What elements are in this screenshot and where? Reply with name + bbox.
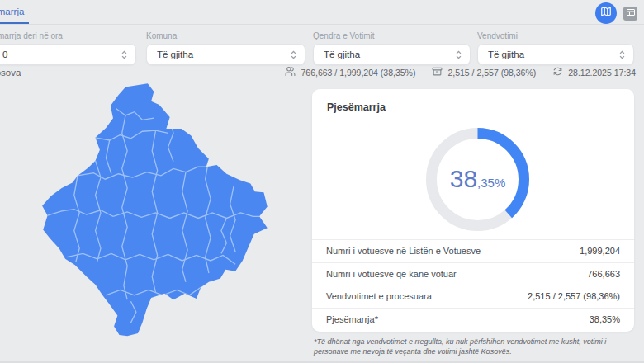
- stat-last-updated-value: 28.12.2025 17:34: [568, 68, 636, 78]
- table-row: Numri i votuesve që kanë votuar 766,663: [312, 262, 634, 285]
- filter-komuna: Komuna Të gjitha: [146, 31, 305, 65]
- filter-hour-label: Pjesëmarrja deri në ora: [0, 31, 136, 40]
- row-value: 1,999,204: [580, 246, 620, 256]
- table-row: Pjesëmarrja* 38,35%: [312, 308, 634, 331]
- row-value: 38,35%: [590, 314, 620, 324]
- filter-qendra: Qendra e Votimit Të gjitha: [313, 31, 471, 65]
- filter-vendvotimi-select[interactable]: Të gjitha: [477, 44, 634, 65]
- filter-komuna-select[interactable]: Të gjitha: [146, 44, 305, 65]
- row-label: Numri i votuesve në Listën e Votuesve: [326, 246, 481, 256]
- filter-qendra-select[interactable]: Të gjitha: [313, 44, 471, 65]
- row-value: 2,515 / 2,557 (98,36%): [528, 291, 620, 301]
- ballot-box-icon: [432, 66, 443, 78]
- stat-polling-stations: 2,515 / 2,557 (98,36%): [432, 66, 536, 78]
- row-label: Pjesëmarrja*: [326, 314, 378, 324]
- map-view-button[interactable]: [595, 2, 617, 24]
- filter-vendvotimi-label: Vendvotimi: [477, 31, 634, 40]
- table-row: Numri i votuesve në Listën e Votuesve 1,…: [312, 239, 634, 262]
- stats-bar: 766,663 / 1,999,204 (38,35%) 2,515 / 2,5…: [285, 66, 636, 78]
- table-icon: [626, 6, 636, 21]
- table-view-button[interactable]: [623, 7, 637, 21]
- filter-hour-value: 0: [2, 50, 7, 59]
- dashboard: Pjesëmarrja: [0, 0, 644, 363]
- participation-donut: 38,35%: [418, 120, 537, 239]
- chevrons-up-down-icon: [121, 50, 128, 62]
- chevrons-up-down-icon: [455, 50, 462, 62]
- stat-voters-value: 766,663 / 1,999,204 (38,35%): [301, 68, 415, 78]
- stat-last-updated: 28.12.2025 17:34: [552, 66, 636, 78]
- row-label: Numri i votuesve që kanë votuar: [326, 269, 457, 279]
- stat-voters: 766,663 / 1,999,204 (38,35%): [285, 66, 415, 78]
- region-label: Kosova: [0, 68, 21, 78]
- row-value: 766,663: [587, 269, 620, 279]
- filter-qendra-label: Qendra e Votimit: [313, 31, 471, 40]
- filter-vendvotimi: Vendvotimi Të gjitha: [477, 31, 634, 65]
- kosovo-map[interactable]: [21, 80, 278, 346]
- chevrons-up-down-icon: [290, 50, 297, 62]
- chevrons-up-down-icon: [618, 50, 626, 62]
- donut-center-value: 38,35%: [450, 165, 506, 192]
- participation-card: Pjesëmarrja 38,35% Numri i votuesve në L…: [312, 89, 634, 332]
- filter-vendvotimi-value: Të gjitha: [488, 50, 524, 59]
- card-title: Pjesëmarrja: [327, 101, 386, 113]
- map-icon: [600, 6, 612, 21]
- footnote: *Të dhënat nga vendvotimet e rregullta, …: [314, 337, 637, 356]
- stat-polling-stations-value: 2,515 / 2,557 (98,36%): [447, 68, 536, 78]
- filter-hour-select[interactable]: 0: [0, 44, 136, 65]
- filter-komuna-value: Të gjitha: [157, 50, 193, 59]
- stats-table: Numri i votuesve në Listën e Votuesve 1,…: [312, 239, 634, 330]
- tab-label: Pjesëmarrja: [0, 7, 24, 16]
- view-toggle: [595, 2, 637, 24]
- filter-hour: Pjesëmarrja deri në ora 0: [0, 31, 136, 65]
- table-row: Vendvotimet e procesuara 2,515 / 2,557 (…: [312, 285, 634, 308]
- refresh-icon: [552, 66, 563, 78]
- top-tab-bar: Pjesëmarrja: [0, 0, 644, 25]
- users-icon: [285, 66, 296, 78]
- row-label: Vendvotimet e procesuara: [326, 291, 432, 301]
- tab-pjesemarrja[interactable]: Pjesëmarrja: [0, 7, 29, 24]
- filter-komuna-label: Komuna: [146, 31, 305, 40]
- filter-qendra-value: Të gjitha: [324, 50, 360, 59]
